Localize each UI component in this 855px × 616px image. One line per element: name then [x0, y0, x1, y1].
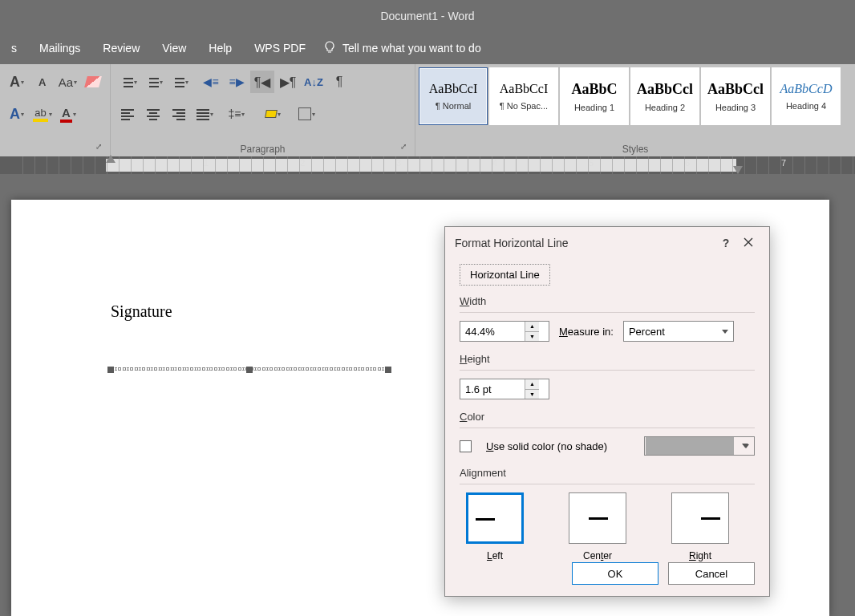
- height-spinbox[interactable]: ▲▼: [460, 379, 549, 399]
- ruler-tick: 4: [492, 158, 497, 168]
- style-heading2[interactable]: AaBbCcl Heading 2: [630, 67, 699, 125]
- font-group: A▾ A Aa▾ A▾ ab▾ A▾ ⤢: [0, 64, 111, 156]
- measure-value: Percent: [629, 326, 665, 338]
- titlebar: Document1 - Word: [0, 0, 855, 32]
- ok-button[interactable]: OK: [572, 562, 658, 585]
- solid-color-checkbox[interactable]: [460, 440, 472, 452]
- font-color-button[interactable]: A▾: [56, 103, 80, 125]
- format-horizontal-line-dialog: Format Horizontal Line ? Horizontal Line…: [444, 226, 770, 597]
- menu-review[interactable]: Review: [91, 34, 151, 63]
- style-sample: AaBbCcI: [429, 82, 477, 96]
- clear-formatting-button[interactable]: [81, 71, 105, 93]
- ruler-tick: 2: [300, 158, 305, 168]
- shrink-font-button[interactable]: A: [30, 71, 55, 93]
- height-label: Height: [460, 353, 755, 365]
- align-right-button[interactable]: [167, 103, 191, 125]
- style-heading3[interactable]: AaBbCcl Heading 3: [701, 67, 770, 125]
- width-spin-up-icon[interactable]: ▲: [525, 322, 539, 332]
- horizontal-line-object[interactable]: [111, 367, 388, 372]
- numbering-button[interactable]: ▾: [141, 71, 165, 93]
- lightbulb-icon: [323, 41, 336, 56]
- ruler-tick: 5: [589, 158, 594, 168]
- ltr-direction-button[interactable]: ¶◀: [250, 71, 274, 93]
- styles-group-label: Styles: [415, 144, 855, 155]
- menu-help[interactable]: Help: [197, 34, 243, 63]
- bullets-button[interactable]: ▾: [115, 71, 140, 93]
- width-spinbox[interactable]: ▲▼: [460, 321, 549, 342]
- width-input[interactable]: [460, 322, 525, 341]
- solid-color-label: Use solid color (no shade): [486, 440, 607, 452]
- paragraph-group-launcher-icon[interactable]: ⤢: [400, 142, 411, 153]
- menu-view[interactable]: View: [151, 34, 197, 63]
- resize-handle-center[interactable]: [246, 367, 253, 373]
- ruler-tick: 3: [396, 158, 401, 168]
- style-no-spacing[interactable]: AaBbCcI ¶ No Spac...: [489, 67, 558, 125]
- change-case-button[interactable]: Aa▾: [56, 71, 80, 93]
- shading-button[interactable]: ▾: [257, 103, 289, 125]
- height-input[interactable]: [460, 379, 525, 399]
- first-line-indent-marker[interactable]: [106, 155, 115, 163]
- horizontal-ruler[interactable]: 1 2 3 4 5 6 7: [0, 156, 855, 174]
- close-icon[interactable]: [737, 237, 760, 250]
- grow-font-button[interactable]: A▾: [5, 71, 29, 93]
- help-icon[interactable]: ?: [715, 237, 737, 249]
- color-picker[interactable]: [644, 436, 755, 456]
- align-left-option[interactable]: Left: [466, 492, 524, 561]
- text-effects-button[interactable]: A▾: [5, 103, 29, 125]
- align-left-label: Left: [487, 550, 503, 561]
- height-spin-up-icon[interactable]: ▲: [525, 379, 539, 390]
- justify-button[interactable]: ▾: [192, 103, 217, 125]
- height-spin-down-icon[interactable]: ▼: [525, 390, 539, 399]
- ribbon: A▾ A Aa▾ A▾ ab▾ A▾ ⤢ ▾ ▾ ▾ ◀≡ ≡▶ ¶◀: [0, 64, 855, 156]
- ruler-tick: 6: [685, 158, 690, 168]
- right-indent-marker[interactable]: [733, 166, 743, 174]
- style-heading4[interactable]: AaBbCcD Heading 4: [772, 67, 841, 125]
- style-heading1[interactable]: AaBbC Heading 1: [560, 67, 629, 125]
- menu-mailings[interactable]: Mailings: [28, 34, 91, 63]
- resize-handle-right[interactable]: [385, 367, 391, 373]
- style-sample: AaBbCcD: [780, 82, 833, 96]
- align-left-button[interactable]: [115, 103, 140, 125]
- line-spacing-button[interactable]: ‡≡▾: [225, 103, 249, 125]
- resize-handle-left[interactable]: [107, 367, 114, 373]
- borders-button[interactable]: ▾: [290, 103, 322, 125]
- multilevel-list-button[interactable]: ▾: [167, 71, 191, 93]
- cancel-button[interactable]: Cancel: [668, 562, 755, 585]
- align-center-button[interactable]: [141, 103, 165, 125]
- window-title: Document1 - Word: [380, 10, 474, 22]
- width-spin-down-icon[interactable]: ▼: [525, 332, 539, 342]
- increase-indent-button[interactable]: ≡▶: [225, 71, 249, 93]
- styles-gallery: AaBbCcI ¶ Normal AaBbCcI ¶ No Spac... Aa…: [415, 64, 855, 125]
- styles-group: AaBbCcI ¶ Normal AaBbCcI ¶ No Spac... Aa…: [415, 64, 855, 156]
- measure-label: Measure in:: [559, 326, 614, 338]
- tell-me-search[interactable]: Tell me what you want to do: [323, 41, 481, 56]
- ruler-tick: 1: [204, 158, 209, 168]
- rtl-direction-button[interactable]: ▶¶: [276, 71, 300, 93]
- menu-wpspdf[interactable]: WPS PDF: [243, 34, 317, 63]
- font-group-launcher-icon[interactable]: ⤢: [95, 142, 107, 153]
- style-sample: AaBbC: [571, 81, 617, 98]
- style-label: Heading 1: [574, 103, 614, 112]
- style-label: ¶ No Spac...: [500, 101, 548, 111]
- paragraph-group: ▾ ▾ ▾ ◀≡ ≡▶ ¶◀ ▶¶ A↓Z ¶ ▾ ‡≡▾ ▾ ▾: [111, 64, 415, 156]
- decrease-indent-button[interactable]: ◀≡: [199, 71, 223, 93]
- measure-in-combo[interactable]: Percent: [623, 321, 734, 342]
- style-sample: AaBbCcI: [500, 82, 548, 96]
- cancel-label: Cancel: [695, 568, 727, 580]
- align-center-label: Center: [583, 550, 612, 561]
- align-center-option[interactable]: Center: [569, 492, 626, 561]
- style-label: Heading 2: [645, 103, 685, 112]
- ruler-tick: 7: [781, 158, 786, 168]
- width-label: Width: [460, 295, 755, 307]
- dialog-titlebar[interactable]: Format Horizontal Line ?: [445, 227, 769, 259]
- show-marks-button[interactable]: ¶: [327, 71, 351, 93]
- dialog-tab-horizontal-line[interactable]: Horizontal Line: [460, 264, 550, 286]
- align-right-option[interactable]: Right: [671, 492, 729, 561]
- menu-truncated[interactable]: s: [0, 34, 28, 63]
- sort-button[interactable]: A↓Z: [302, 71, 326, 93]
- style-normal[interactable]: AaBbCcI ¶ Normal: [419, 67, 488, 125]
- color-label: Color: [460, 411, 755, 423]
- dialog-title: Format Horizontal Line: [455, 237, 715, 249]
- align-right-label: Right: [689, 550, 711, 561]
- highlight-button[interactable]: ab▾: [30, 103, 55, 125]
